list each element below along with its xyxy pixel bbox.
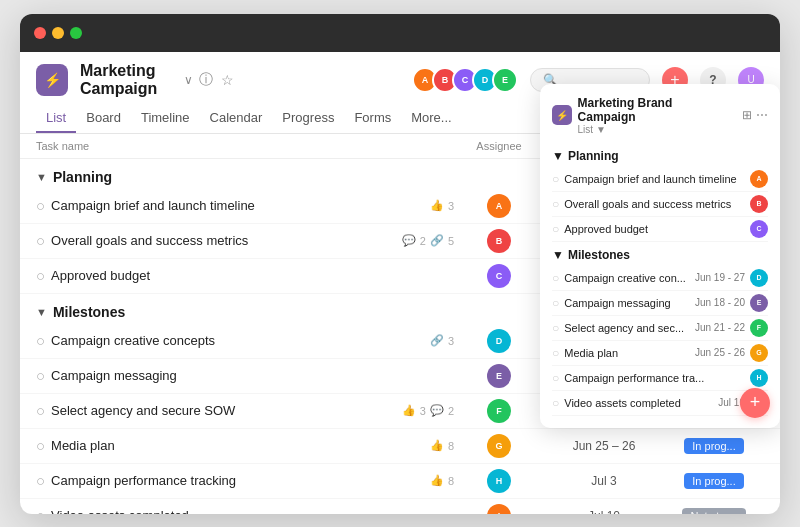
task-name: Campaign messaging: [51, 368, 454, 383]
sp-section-planning: ▼ Planning: [552, 143, 768, 167]
tab-more[interactable]: More...: [401, 104, 461, 133]
sp-avatar: D: [750, 269, 768, 287]
sp-task-row[interactable]: ○ Campaign creative con... Jun 19 - 27 D: [552, 266, 768, 291]
sp-task-row[interactable]: ○ Overall goals and success metrics B: [552, 192, 768, 217]
sp-check-icon: ○: [552, 271, 559, 285]
sp-section-milestones: ▼ Milestones: [552, 242, 768, 266]
avatar: I: [487, 504, 511, 514]
avatar: C: [487, 264, 511, 288]
project-icon: ⚡: [36, 64, 68, 96]
check-icon[interactable]: ○: [36, 472, 45, 489]
sp-task-row[interactable]: ○ Campaign brief and launch timeline A: [552, 167, 768, 192]
sp-avatar: F: [750, 319, 768, 337]
check-icon[interactable]: ○: [36, 402, 45, 419]
avatar: G: [487, 434, 511, 458]
sp-task-name: Select agency and sec...: [564, 322, 690, 334]
project-title-area: Marketing Campaign ∨ ⓘ ☆: [80, 62, 234, 98]
task-name: Campaign brief and launch timeline: [51, 198, 424, 213]
sp-collapse-icon[interactable]: ▼: [552, 248, 564, 262]
check-icon[interactable]: ○: [36, 437, 45, 454]
check-icon[interactable]: ○: [36, 267, 45, 284]
fab-add-button[interactable]: +: [740, 388, 770, 418]
col-assignee: Assignee: [454, 140, 544, 152]
sp-task-row[interactable]: ○ Approved budget C: [552, 217, 768, 242]
tab-progress[interactable]: Progress: [272, 104, 344, 133]
side-panel-grid-icon[interactable]: ⊞: [742, 108, 752, 122]
avatar: D: [487, 329, 511, 353]
avatar: B: [487, 229, 511, 253]
tab-list[interactable]: List: [36, 104, 76, 133]
sp-section-label: Planning: [568, 149, 619, 163]
sp-avatar: C: [750, 220, 768, 238]
avatar: E: [487, 364, 511, 388]
table-row[interactable]: ○ Media plan 👍8 G Jun 25 – 26 In prog...: [20, 429, 780, 464]
comment-icon: 💬: [402, 234, 416, 247]
due-date: Jun 25 – 26: [544, 439, 664, 453]
task-name: Overall goals and success metrics: [51, 233, 396, 248]
link-icon: 🔗: [430, 234, 444, 247]
status-badge: In prog...: [684, 473, 743, 489]
titlebar: [20, 14, 780, 52]
sp-task-row[interactable]: ○ Campaign messaging Jun 18 - 20 E: [552, 291, 768, 316]
sp-task-row[interactable]: ○ Video assets completed Jul 10 I: [552, 391, 768, 416]
due-date: Jul 10: [544, 509, 664, 514]
sp-task-name: Campaign brief and launch timeline: [564, 173, 745, 185]
check-icon[interactable]: ○: [36, 367, 45, 384]
sp-due-date: Jun 21 - 22: [695, 322, 745, 333]
sp-check-icon: ○: [552, 346, 559, 360]
star-icon[interactable]: ☆: [221, 72, 234, 88]
sp-task-row[interactable]: ○ Select agency and sec... Jun 21 - 22 F: [552, 316, 768, 341]
check-icon[interactable]: ○: [36, 197, 45, 214]
sp-avatar: G: [750, 344, 768, 362]
sp-task-name: Campaign performance tra...: [564, 372, 745, 384]
info-icon[interactable]: ⓘ: [199, 71, 213, 89]
table-row[interactable]: ○ Campaign performance tracking 👍8 H Jul…: [20, 464, 780, 499]
task-name: Campaign performance tracking: [51, 473, 424, 488]
traffic-lights: [34, 27, 82, 39]
sp-task-row[interactable]: ○ Media plan Jun 25 - 26 G: [552, 341, 768, 366]
close-button[interactable]: [34, 27, 46, 39]
team-avatars[interactable]: A B C D E: [412, 67, 518, 93]
side-panel-more-icon[interactable]: ⋯: [756, 108, 768, 122]
check-icon[interactable]: ○: [36, 332, 45, 349]
fullscreen-button[interactable]: [70, 27, 82, 39]
sp-task-row[interactable]: ○ Campaign performance tra... H: [552, 366, 768, 391]
like-icon: 👍: [430, 474, 444, 487]
sp-check-icon: ○: [552, 371, 559, 385]
check-icon[interactable]: ○: [36, 507, 45, 514]
minimize-button[interactable]: [52, 27, 64, 39]
link-icon: 🔗: [430, 334, 444, 347]
tab-calendar[interactable]: Calendar: [200, 104, 273, 133]
sp-task-name: Overall goals and success metrics: [564, 198, 745, 210]
like-icon: 👍: [430, 199, 444, 212]
project-title: Marketing Campaign: [80, 62, 178, 98]
sp-due-date: Jun 25 - 26: [695, 347, 745, 358]
avatar: E: [492, 67, 518, 93]
side-panel-project-icon: ⚡: [552, 105, 572, 125]
meta-count: 2: [420, 235, 426, 247]
sp-due-date: Jun 18 - 20: [695, 297, 745, 308]
collapse-icon[interactable]: ▼: [36, 171, 47, 183]
tab-forms[interactable]: Forms: [344, 104, 401, 133]
task-name: Campaign creative concepts: [51, 333, 424, 348]
section-label: Planning: [53, 169, 112, 185]
check-icon[interactable]: ○: [36, 232, 45, 249]
table-row[interactable]: ○ Video assets completed I Jul 10 Not st…: [20, 499, 780, 514]
tab-board[interactable]: Board: [76, 104, 131, 133]
side-panel-subtitle: List ▼: [578, 124, 730, 135]
chevron-down-icon[interactable]: ∨: [184, 73, 193, 87]
sp-check-icon: ○: [552, 396, 559, 410]
sp-check-icon: ○: [552, 296, 559, 310]
like-icon: 👍: [430, 439, 444, 452]
comment-icon: 💬: [430, 404, 444, 417]
sp-collapse-icon[interactable]: ▼: [552, 149, 564, 163]
sp-due-date: Jun 19 - 27: [695, 272, 745, 283]
collapse-icon[interactable]: ▼: [36, 306, 47, 318]
main-window: ⚡ Marketing Campaign ∨ ⓘ ☆ A B C D E 🔍 +: [20, 14, 780, 514]
task-name: Approved budget: [51, 268, 454, 283]
sp-task-name: Approved budget: [564, 223, 745, 235]
sp-task-name: Campaign creative con...: [564, 272, 690, 284]
sp-check-icon: ○: [552, 222, 559, 236]
due-date: Jul 3: [544, 474, 664, 488]
tab-timeline[interactable]: Timeline: [131, 104, 200, 133]
